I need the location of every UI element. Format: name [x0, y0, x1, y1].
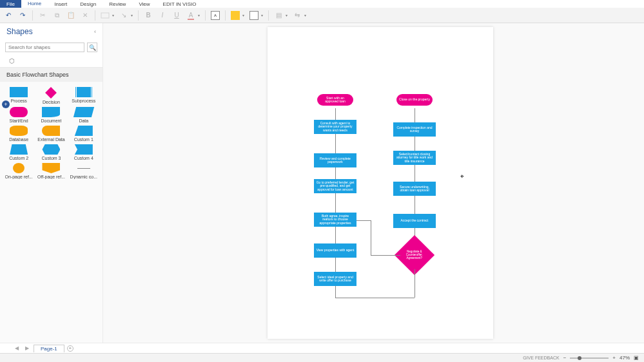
- undo-button[interactable]: ↶: [4, 11, 13, 20]
- page-prev-button[interactable]: ◀: [13, 345, 21, 351]
- zoom-slider[interactable]: [570, 357, 609, 359]
- chevron-down-icon: ▾: [261, 13, 263, 17]
- connector[interactable]: [371, 220, 371, 255]
- connector[interactable]: [356, 220, 371, 221]
- shape-stencil-data[interactable]: Data: [68, 107, 100, 123]
- connector[interactable]: [415, 196, 415, 214]
- shape-stencil-external-data[interactable]: External Data: [35, 126, 67, 142]
- shape-stencil-custom-2[interactable]: Custom 2: [3, 144, 35, 160]
- shape-stencil-dynamic-co-[interactable]: Dynamic co...: [68, 163, 100, 179]
- flowchart-node[interactable]: View properties with agent: [314, 243, 356, 258]
- text-box-button[interactable]: A: [211, 11, 220, 20]
- connector-tool[interactable]: ↘: [119, 11, 128, 20]
- separator: [138, 10, 139, 21]
- shapes-panel-header: Shapes ‹: [0, 23, 102, 40]
- edit-in-visio[interactable]: EDIT IN VISIO: [157, 0, 203, 8]
- connector[interactable]: [415, 165, 415, 182]
- flowchart-node[interactable]: Accept the contract: [393, 214, 436, 228]
- connector[interactable]: [415, 137, 415, 151]
- shapes-search-input[interactable]: [5, 43, 84, 52]
- canvas[interactable]: Start with an approved loanConsult with …: [103, 23, 644, 343]
- connector[interactable]: [371, 255, 400, 256]
- font-color-button[interactable]: A: [186, 11, 195, 20]
- flowchart-node[interactable]: Consult with agent to determine your pro…: [314, 120, 356, 134]
- flowchart-node[interactable]: Complete inspection and survey: [393, 122, 436, 137]
- flowchart-node[interactable]: Go to preferred lender, get pre-qualifie…: [314, 179, 356, 193]
- tab-view[interactable]: View: [132, 0, 156, 8]
- paste-button[interactable]: 📋: [66, 11, 75, 20]
- shape-label: External Data: [37, 137, 64, 142]
- shape-thumb-icon: [10, 144, 28, 155]
- page-next-button[interactable]: ▶: [23, 345, 31, 351]
- shapes-panel: Shapes ‹ 🔍 ⬡ + Basic Flowchart Shapes Pr…: [0, 23, 103, 343]
- shape-stencil-custom-3[interactable]: Custom 3: [35, 144, 67, 160]
- chevron-down-icon: ▾: [286, 13, 288, 17]
- page-tab-1[interactable]: Page-1: [34, 345, 64, 352]
- flowchart-node[interactable]: Select/contact closing attorney for titl…: [393, 151, 436, 165]
- connector[interactable]: [415, 269, 415, 298]
- shapes-category-header[interactable]: Basic Flowchart Shapes: [0, 68, 102, 82]
- flowchart-node[interactable]: Close on the property: [396, 94, 433, 106]
- svg-rect-0: [101, 13, 109, 18]
- fill-color-button[interactable]: [231, 11, 240, 20]
- tab-design[interactable]: Design: [73, 0, 102, 8]
- connector[interactable]: [335, 167, 336, 179]
- chevron-down-icon: ▾: [198, 13, 200, 17]
- flowchart-node[interactable]: Secure underwriting, obtain loan approva…: [393, 182, 436, 196]
- shape-stencil-start-end[interactable]: Start/End: [3, 107, 35, 123]
- italic-button[interactable]: I: [158, 11, 167, 20]
- artboard-page[interactable]: Start with an approved loanConsult with …: [268, 27, 493, 339]
- shape-thumb-icon: [42, 107, 60, 117]
- flowchart-node[interactable]: Select ideal property and write offer to…: [314, 272, 356, 286]
- arrange-button[interactable]: ▤: [274, 11, 283, 20]
- delete-button[interactable]: ✕: [81, 11, 90, 20]
- connector[interactable]: [335, 134, 336, 153]
- shape-label: Dynamic co...: [70, 175, 97, 179]
- shape-label: Custom 4: [74, 156, 93, 160]
- connector[interactable]: [335, 286, 336, 298]
- shape-stencil-decision[interactable]: Decision: [35, 87, 67, 104]
- shape-stencil-database[interactable]: Database: [3, 126, 35, 142]
- redo-button[interactable]: ↷: [18, 11, 27, 20]
- shape-stencil-custom-1[interactable]: Custom 1: [68, 126, 100, 142]
- line-color-button[interactable]: [249, 11, 259, 20]
- connector[interactable]: [335, 298, 415, 298]
- shape-label: Custom 3: [42, 156, 61, 160]
- cut-button[interactable]: ✂: [38, 11, 47, 20]
- flowchart-node[interactable]: Review and complete paperwork: [314, 153, 356, 167]
- shape-thumb-icon: [73, 107, 94, 117]
- zoom-out-button[interactable]: −: [563, 355, 567, 361]
- connector[interactable]: [335, 258, 336, 272]
- shape-stencil-off-page-ref-[interactable]: Off-page ref...: [35, 163, 67, 179]
- copy-button[interactable]: ⧉: [52, 11, 61, 20]
- bold-button[interactable]: B: [144, 11, 153, 20]
- fit-to-window-button[interactable]: ▣: [634, 355, 639, 361]
- shape-stencil-subprocess[interactable]: Subprocess: [68, 87, 100, 104]
- shape-label: Off-page ref...: [37, 175, 65, 179]
- collapse-icon[interactable]: ‹: [94, 28, 96, 35]
- shape-stencil-custom-4[interactable]: Custom 4: [68, 144, 100, 160]
- connector[interactable]: [335, 193, 336, 213]
- connector[interactable]: [335, 227, 336, 243]
- shape-picker[interactable]: [101, 11, 110, 20]
- give-feedback-link[interactable]: GIVE FEEDBACK: [523, 356, 559, 360]
- shape-stencil-document[interactable]: Document: [35, 107, 67, 123]
- shape-stencil-on-page-ref-[interactable]: On-page ref...: [3, 163, 35, 179]
- tab-review[interactable]: Review: [102, 0, 132, 8]
- tab-insert[interactable]: Insert: [48, 0, 73, 8]
- align-button[interactable]: ⇆: [293, 11, 302, 20]
- shapes-grid: ProcessDecisionSubprocessStart/EndDocume…: [0, 82, 102, 184]
- stencil-icon[interactable]: ⬡: [5, 55, 19, 67]
- status-bar: GIVE FEEDBACK − + 47% ▣: [0, 353, 644, 362]
- connector[interactable]: [335, 108, 336, 120]
- underline-button[interactable]: U: [172, 11, 181, 20]
- flowchart-node[interactable]: Both agree, inspire realtors to choose a…: [314, 213, 356, 227]
- zoom-in-button[interactable]: +: [612, 355, 616, 361]
- flowchart-node[interactable]: Start with an approved loan: [317, 94, 353, 106]
- shape-thumb-icon: [75, 163, 93, 173]
- connector[interactable]: [415, 108, 415, 122]
- add-page-button[interactable]: +: [67, 345, 73, 352]
- tab-file[interactable]: File: [0, 0, 21, 8]
- add-stencil-button[interactable]: +: [2, 100, 10, 108]
- search-button[interactable]: 🔍: [87, 43, 97, 52]
